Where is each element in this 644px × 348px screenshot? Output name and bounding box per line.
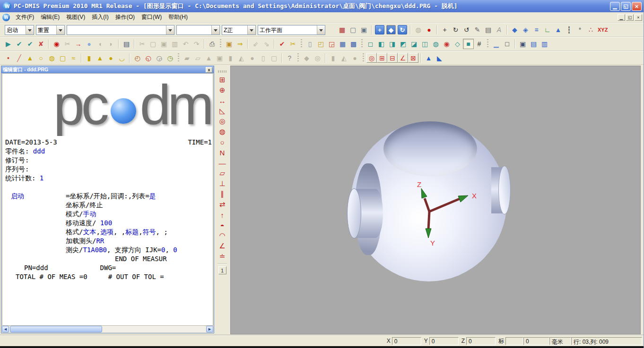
view-front-icon[interactable]: ◻: [365, 39, 376, 49]
view-bottom-icon[interactable]: ◫: [419, 39, 430, 49]
cad-select-icon[interactable]: ◈: [520, 25, 531, 35]
construct-feature-icon[interactable]: ◆: [301, 53, 312, 63]
paste-pattern-icon[interactable]: ▥: [169, 39, 180, 49]
probe-enable-icon[interactable]: ✂: [62, 39, 73, 49]
toolbar-handle[interactable]: [178, 53, 179, 63]
menu-edit[interactable]: 编辑(E): [37, 12, 63, 23]
refresh-view-icon[interactable]: ↻: [398, 25, 407, 34]
code-line[interactable]: 序列号:: [2, 165, 213, 174]
construct-circle-icon[interactable]: ◎: [312, 53, 323, 63]
paste-icon[interactable]: ▣: [158, 39, 169, 49]
close-program-icon[interactable]: ◲: [326, 39, 337, 49]
dim-angle-button[interactable]: ∠: [398, 53, 408, 63]
auto-vector-point-icon[interactable]: ▰: [182, 53, 192, 63]
dim-tree-button[interactable]: ⊞: [377, 53, 387, 63]
cancel-execute-icon[interactable]: ✘: [35, 39, 46, 49]
view-left-icon[interactable]: ◨: [387, 39, 398, 49]
edit-window-close-icon[interactable]: x: [206, 67, 212, 73]
workplane-label-combo[interactable]: 工作平面: [258, 25, 325, 35]
max-graphics-icon[interactable]: □: [502, 39, 513, 49]
construct-cone-icon[interactable]: ◭: [339, 53, 349, 63]
measured-sphere-icon[interactable]: ●: [105, 53, 116, 63]
dim-circularity-icon[interactable]: ○: [217, 137, 228, 147]
dim-parallelism-icon[interactable]: ∥: [217, 189, 228, 199]
machine-status-icon[interactable]: ●: [84, 39, 95, 49]
code-line[interactable]: 零件名: ddd: [2, 147, 213, 156]
execute-from-cursor-icon[interactable]: ✔: [25, 39, 35, 49]
edit-window-titlebar[interactable]: 编辑窗口 - ddd.PRG x: [1, 66, 214, 73]
edit-window-icon[interactable]: ▤: [121, 39, 132, 49]
menu-insert[interactable]: 插入(I): [88, 12, 112, 23]
workplane-combo[interactable]: Z正: [222, 25, 256, 35]
child-minimize-button[interactable]: ▁: [618, 14, 625, 21]
redo-icon[interactable]: ↷: [191, 39, 202, 49]
shaded-sphere-icon[interactable]: ●: [424, 25, 435, 35]
dim-profile-surface-icon[interactable]: ◓: [217, 220, 228, 230]
open-program-icon[interactable]: ◰: [315, 39, 326, 49]
graphic-modes-icon[interactable]: ▦: [337, 25, 348, 35]
datum-definition-icon[interactable]: ▲: [423, 53, 434, 63]
zoom-to-point-icon[interactable]: ◉: [441, 39, 452, 49]
auto-square-slot-icon[interactable]: ▯: [258, 53, 269, 63]
toolbar-handle[interactable]: [361, 39, 363, 49]
goto-position-icon[interactable]: →: [73, 39, 84, 49]
chevron-down-icon[interactable]: [317, 25, 325, 34]
toolbar-handle[interactable]: [301, 39, 302, 49]
save-program-icon[interactable]: ▦: [337, 39, 348, 49]
auto-ellipse-icon[interactable]: ●: [247, 53, 258, 63]
measured-cone-icon[interactable]: ▲: [95, 53, 105, 63]
code-line[interactable]: TIME=1DATE=2013-5-3: [2, 138, 213, 147]
code-line[interactable]: END OF MEASUR: [2, 255, 213, 263]
auto-cone-icon[interactable]: ◭: [236, 53, 247, 63]
zoom-view-icon[interactable]: ◆: [386, 25, 396, 34]
dim-distance-button[interactable]: ⊟: [387, 53, 398, 63]
undo-icon[interactable]: ↶: [180, 39, 191, 49]
dim-position-grid-icon[interactable]: ⊞: [217, 75, 228, 85]
document-icon[interactable]: W: [2, 14, 10, 21]
dim-runout-icon[interactable]: ↑: [217, 210, 228, 220]
toolbar-handle[interactable]: [297, 53, 299, 63]
view-perspective-icon[interactable]: ◇: [452, 39, 463, 49]
program-code[interactable]: TIME=1DATE=2013-5-3零件名: ddd修订号:序列号:统计计数:…: [2, 136, 213, 281]
toolbar-handle[interactable]: [487, 39, 488, 49]
view-solid-icon[interactable]: ■: [463, 39, 474, 49]
probe-mode-icon[interactable]: ✎: [472, 25, 483, 35]
dim-concentricity-icon[interactable]: ◎: [217, 116, 228, 127]
report-template-icon[interactable]: ▣: [358, 25, 369, 35]
rotate-probe-minus-icon[interactable]: ⇙: [250, 39, 261, 49]
code-line[interactable]: 测尖/T1A0B0, 支撑方向 IJK=0, 0: [2, 246, 213, 255]
menu-file[interactable]: 文件(F): [12, 12, 37, 23]
chevron-down-icon[interactable]: [26, 25, 34, 34]
probe-readout2-icon[interactable]: ◗: [105, 39, 116, 49]
view-top-icon[interactable]: ◪: [409, 39, 419, 49]
rotate-2d-icon[interactable]: ↻: [450, 25, 461, 35]
dim-flatness-icon[interactable]: ▱: [217, 168, 228, 178]
next-tip-icon[interactable]: ⇒: [235, 39, 245, 49]
chevron-down-icon[interactable]: [166, 25, 174, 34]
xyz-label-icon[interactable]: XYZ: [596, 25, 609, 35]
dim-cylindricity-icon[interactable]: ◍: [217, 127, 228, 137]
pan-view-icon[interactable]: +: [375, 25, 384, 34]
dim-location-button[interactable]: ◎: [366, 53, 377, 63]
gauge-icon[interactable]: ◴: [132, 53, 143, 63]
measured-plane-icon[interactable]: ▲: [25, 53, 35, 63]
view-right-icon[interactable]: ◩: [398, 39, 409, 49]
dim-straightness-icon[interactable]: —: [217, 158, 228, 168]
toolbar-handle[interactable]: [220, 39, 221, 49]
code-line[interactable]: TOTAL # OF MEAS =0# OUT OF TOL =: [2, 272, 213, 281]
code-line[interactable]: 格式/文本,选项, ,标题,符号, ;: [2, 228, 213, 237]
measured-line-icon[interactable]: ╱: [14, 53, 25, 63]
save-as-icon[interactable]: ▩: [348, 39, 359, 49]
auto-circle-icon[interactable]: ▣: [214, 53, 225, 63]
dim-angle-icon[interactable]: ◺: [217, 106, 228, 116]
datum-label-icon[interactable]: ◣: [434, 53, 445, 63]
child-restore-button[interactable]: ◱: [626, 14, 634, 21]
scroll-track[interactable]: [9, 326, 206, 332]
scale-to-fit-icon[interactable]: ▤: [483, 25, 494, 35]
probe-readout-icon[interactable]: ◖: [95, 39, 105, 49]
mark-all-icon[interactable]: ✂: [287, 39, 298, 49]
cad-lock-icon[interactable]: ▲: [553, 25, 564, 35]
code-line[interactable]: 统计计数: 1: [2, 174, 213, 183]
code-line[interactable]: PN=dddDWG=: [2, 263, 213, 272]
measured-torus-icon[interactable]: ◡: [116, 53, 127, 63]
